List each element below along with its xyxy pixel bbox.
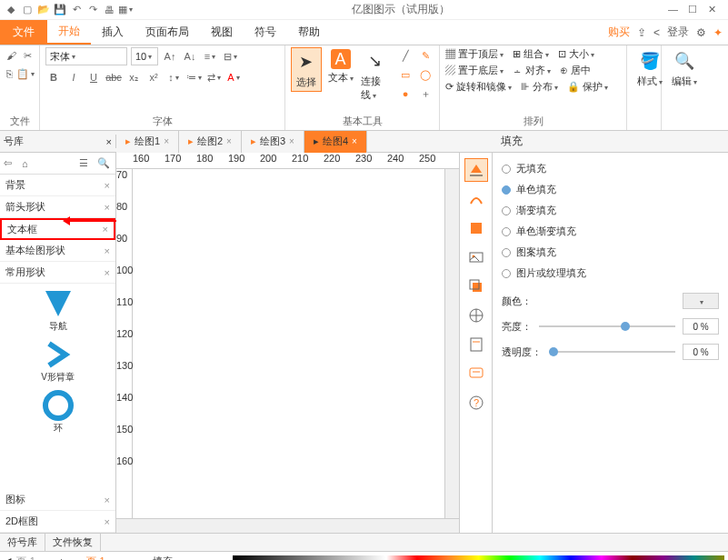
bottom-tab-library[interactable]: 符号库 — [0, 534, 45, 552]
brush-icon[interactable]: 🖌 — [5, 47, 18, 64]
cat-icons[interactable]: 图标× — [0, 489, 115, 511]
page-prev-icon[interactable]: ◀ — [4, 555, 11, 560]
layer-tool-icon[interactable] — [464, 275, 488, 298]
font-decrease-icon[interactable]: A↓ — [182, 48, 198, 65]
page-1[interactable]: 页-1 — [16, 555, 35, 560]
bottom-tab-recover[interactable]: 文件恢复 — [45, 534, 101, 552]
shape-chevron[interactable]: V形臂章 — [4, 338, 112, 384]
subscript-icon[interactable]: x₂ — [125, 69, 142, 85]
center-btn[interactable]: ⊕ 居中 — [560, 64, 591, 77]
scrollbar-vertical[interactable] — [444, 169, 459, 518]
protect-btn[interactable]: 🔒 保护 — [567, 80, 608, 94]
rect-icon[interactable]: ▭ — [397, 66, 414, 83]
underline-button[interactable]: U — [85, 69, 102, 85]
group-btn[interactable]: ⊞ 组合 — [513, 47, 549, 61]
redo-icon[interactable]: ↷ — [85, 3, 100, 17]
fill-gradient[interactable]: 渐变填充 — [502, 200, 719, 221]
valign-icon[interactable]: ⊟ — [222, 48, 238, 65]
text-tool[interactable]: A文本 — [325, 47, 356, 86]
cat-background[interactable]: 背景× — [0, 175, 115, 196]
close-icon[interactable]: ✕ — [708, 4, 721, 16]
linespace-icon[interactable]: ↕ — [165, 69, 182, 85]
fill-none[interactable]: 无填充 — [502, 158, 719, 179]
page-1-active[interactable]: 页-1 — [86, 555, 105, 560]
fill-solid[interactable]: 单色填充 — [502, 179, 719, 200]
edit-btn[interactable]: 🔍编辑 — [667, 47, 702, 90]
undo-icon[interactable]: ↶ — [69, 3, 84, 17]
print-icon[interactable]: 🖶 — [102, 3, 116, 17]
align-btn[interactable]: ⫠ 对齐 — [513, 64, 551, 77]
plus-icon[interactable]: ＋ — [417, 85, 434, 102]
pencil-icon[interactable]: ✎ — [417, 47, 434, 64]
paste-icon[interactable]: 📋 — [17, 65, 34, 82]
cat-common-shapes[interactable]: 常用形状× — [0, 262, 115, 284]
shape-nav[interactable]: 导航 — [4, 287, 112, 333]
menu-view[interactable]: 视图 — [200, 20, 244, 45]
fill-mono-gradient[interactable]: 单色渐变填充 — [502, 221, 719, 242]
canvas[interactable] — [133, 169, 444, 518]
lib-back-icon[interactable]: ⇦ — [4, 157, 18, 169]
connector-tool[interactable]: ↘连接线 — [359, 47, 390, 104]
rotate-btn[interactable]: ⟳ 旋转和镜像 — [445, 80, 512, 94]
line-icon[interactable]: ╱ — [397, 47, 414, 64]
lib-close-icon[interactable]: × — [106, 136, 112, 147]
shape-ring[interactable]: 环 — [4, 389, 112, 435]
doc-tab-2[interactable]: ▸绘图2× — [179, 131, 242, 153]
picture-tool-icon[interactable] — [464, 245, 488, 269]
brightness-slider[interactable] — [539, 325, 675, 327]
lib-home-icon[interactable]: ⌂ — [22, 158, 36, 169]
cat-arrows[interactable]: 箭头形状× — [0, 196, 115, 218]
scrollbar-horizontal[interactable] — [116, 518, 459, 533]
copy-icon[interactable]: ⎘ — [5, 65, 14, 82]
minimize-icon[interactable]: — — [668, 4, 681, 16]
cat-2dframe[interactable]: 2D框图× — [0, 511, 115, 533]
doc-tab-1[interactable]: ▸绘图1× — [116, 131, 179, 153]
cat-textbox[interactable]: 文本框× — [0, 218, 115, 240]
gear-icon[interactable]: ⚙ — [696, 26, 706, 39]
cat-basic-shapes[interactable]: 基本绘图形状× — [0, 240, 115, 262]
login-link[interactable]: 登录 — [667, 25, 689, 40]
lib-search-icon[interactable]: 🔍 — [97, 157, 112, 169]
scissors-icon[interactable]: ✂ — [22, 47, 35, 64]
font-increase-icon[interactable]: A↑ — [162, 48, 178, 65]
italic-button[interactable]: I — [65, 69, 82, 85]
fill-pattern[interactable]: 图案填充 — [502, 242, 719, 263]
hyperlink-tool-icon[interactable] — [464, 304, 488, 327]
comment-tool-icon[interactable] — [464, 362, 488, 385]
doc-tab-4[interactable]: ▸绘图4× — [304, 131, 367, 153]
menu-start[interactable]: 开始 — [47, 20, 91, 45]
opacity-slider[interactable] — [549, 351, 675, 353]
doc-tab-3[interactable]: ▸绘图3× — [242, 131, 304, 153]
strike-button[interactable]: abc — [105, 69, 122, 85]
distribute-btn[interactable]: ⊪ 分布 — [521, 80, 558, 94]
open-icon[interactable]: 📂 — [36, 3, 51, 17]
app-icon[interactable]: ✦ — [713, 26, 723, 39]
buy-link[interactable]: 购买 — [608, 25, 630, 40]
fill-texture[interactable]: 图片或纹理填充 — [502, 263, 719, 284]
file-menu[interactable]: 文件 — [0, 20, 47, 45]
font-size-combo[interactable]: 10 — [131, 47, 158, 65]
save-icon[interactable]: 💾 — [53, 3, 67, 17]
fill-tool-icon[interactable] — [464, 158, 488, 182]
bring-front[interactable]: ▦ 置于顶层 — [445, 47, 504, 61]
shadow-tool-icon[interactable] — [464, 216, 488, 240]
circle-fill-icon[interactable]: ● — [397, 85, 414, 102]
export-icon[interactable]: ⇪ — [637, 26, 646, 39]
font-family-combo[interactable]: 宋体 — [45, 47, 127, 65]
new-icon[interactable]: ▢ — [20, 3, 35, 17]
maximize-icon[interactable]: ☐ — [688, 4, 701, 16]
color-palette[interactable] — [233, 555, 724, 561]
font-color-icon[interactable]: A — [225, 69, 242, 85]
note-tool-icon[interactable] — [464, 333, 488, 356]
brightness-value[interactable]: 0 % — [683, 318, 719, 335]
bold-button[interactable]: B — [45, 69, 62, 85]
opacity-value[interactable]: 0 % — [683, 344, 719, 360]
size-btn[interactable]: ⊡ 大小 — [558, 47, 594, 61]
page-add-icon[interactable]: ＋ — [56, 555, 66, 560]
share-icon[interactable]: < — [653, 26, 660, 39]
bullets-icon[interactable]: ≔ — [185, 69, 202, 85]
menu-layout[interactable]: 页面布局 — [135, 20, 200, 45]
menu-symbol[interactable]: 符号 — [244, 20, 287, 45]
color-picker[interactable] — [683, 293, 719, 309]
superscript-icon[interactable]: x² — [145, 69, 162, 85]
